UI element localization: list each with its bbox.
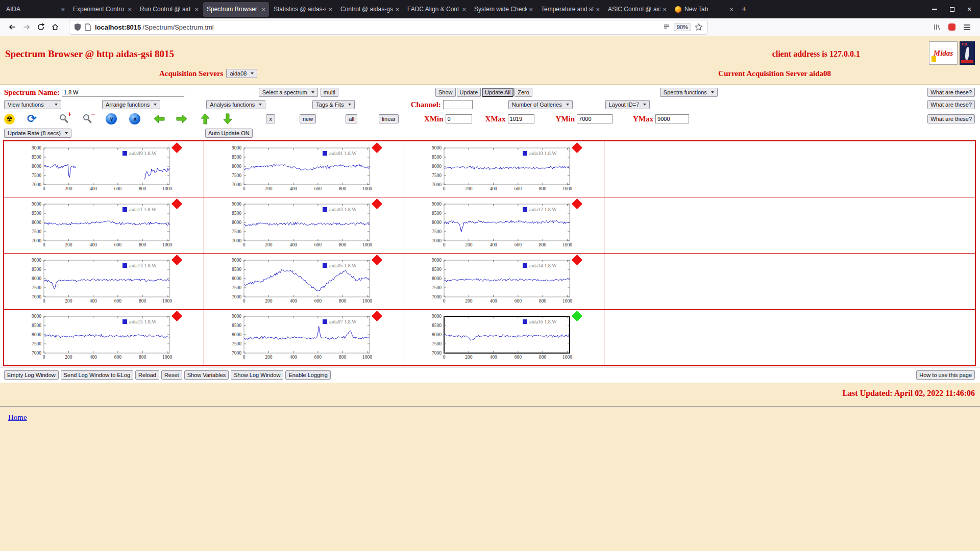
url-bar[interactable]: localhost:8015/Spectrum/Spectrum.tml 90% bbox=[69, 20, 707, 34]
spectrum-chart[interactable]: 0200400600800100070007500800085009000aid… bbox=[411, 310, 604, 365]
browser-tab[interactable]: ASIC Control @ aid× bbox=[604, 2, 670, 17]
zero-button[interactable]: Zero bbox=[514, 88, 532, 97]
acquisition-server-dropdown[interactable]: aida08 bbox=[226, 69, 257, 78]
radiation-icon[interactable] bbox=[4, 114, 15, 124]
hamburger-menu-icon[interactable] bbox=[963, 24, 971, 31]
spectrum-chart[interactable]: 0200400600800100070007500800085009000aid… bbox=[211, 254, 404, 309]
gallery-cell[interactable]: 0200400600800100070007500800085009000aid… bbox=[4, 141, 204, 197]
spectrum-chart[interactable]: 0200400600800100070007500800085009000aid… bbox=[411, 197, 604, 253]
show-log-window-button[interactable]: Show Log Window bbox=[231, 370, 283, 380]
how-to-use-button[interactable]: How to use this page bbox=[916, 370, 975, 380]
move-left-icon[interactable] bbox=[154, 114, 165, 123]
browser-tab[interactable]: Control @ aidas-gs× bbox=[337, 2, 403, 17]
tab-close-icon[interactable]: × bbox=[663, 6, 667, 13]
tab-close-icon[interactable]: × bbox=[395, 6, 399, 13]
gallery-cell[interactable]: 0200400600800100070007500800085009000aid… bbox=[204, 310, 404, 366]
update-all-button[interactable]: Update All bbox=[482, 88, 513, 97]
maximize-button[interactable] bbox=[943, 2, 961, 17]
browser-tab[interactable]: Run Control @ aid× bbox=[136, 2, 202, 17]
tab-close-icon[interactable]: × bbox=[328, 6, 332, 13]
auto-update-button[interactable]: Auto Update ON bbox=[205, 129, 253, 138]
update-rate-dropdown[interactable]: Update Rate (8 secs) bbox=[4, 129, 71, 138]
refresh-icon[interactable] bbox=[27, 114, 36, 124]
new-tab-button[interactable]: + bbox=[738, 3, 751, 16]
zoom-out-icon[interactable] bbox=[83, 114, 92, 123]
gallery-cell[interactable]: 0200400600800100070007500800085009000aid… bbox=[404, 254, 604, 310]
reader-mode-icon[interactable] bbox=[663, 23, 670, 31]
empty-log-window-button[interactable]: Empty Log Window bbox=[4, 370, 59, 380]
browser-tab[interactable]: AIDA× bbox=[3, 2, 68, 17]
browser-tab[interactable]: Temperature and st× bbox=[537, 2, 603, 17]
new-button[interactable]: new bbox=[300, 114, 316, 123]
layout-dropdown[interactable]: Layout ID=7 bbox=[605, 100, 650, 109]
move-up-icon[interactable] bbox=[201, 113, 210, 124]
gallery-cell[interactable]: 0200400600800100070007500800085009000aid… bbox=[404, 197, 604, 254]
scroll-down-icon[interactable] bbox=[106, 113, 117, 124]
spectrum-chart[interactable]: 0200400600800100070007500800085009000aid… bbox=[211, 197, 404, 253]
xmin-input[interactable] bbox=[446, 114, 472, 123]
bookmark-star-icon[interactable] bbox=[695, 23, 703, 31]
linear-button[interactable]: linear bbox=[379, 114, 399, 123]
move-right-icon[interactable] bbox=[176, 114, 187, 123]
select-spectrum-dropdown[interactable]: Select a spectrum bbox=[259, 88, 318, 97]
spectrum-chart[interactable]: 0200400600800100070007500800085009000aid… bbox=[11, 141, 204, 197]
extension-icon[interactable] bbox=[948, 23, 955, 31]
spectrum-chart[interactable]: 0200400600800100070007500800085009000aid… bbox=[11, 254, 204, 309]
all-button[interactable]: all bbox=[346, 114, 357, 123]
home-link[interactable]: Home bbox=[8, 413, 27, 422]
channel-input[interactable] bbox=[443, 100, 473, 109]
spectrum-chart[interactable]: 0200400600800100070007500800085009000aid… bbox=[211, 141, 404, 197]
spectra-functions-dropdown[interactable]: Spectra functions bbox=[660, 88, 718, 97]
gallery-cell[interactable]: 0200400600800100070007500800085009000aid… bbox=[4, 197, 204, 254]
ymax-input[interactable] bbox=[655, 114, 689, 123]
reload-button[interactable] bbox=[34, 20, 48, 34]
what-are-these-button-3[interactable]: What are these? bbox=[927, 114, 975, 123]
gallery-cell[interactable]: 0200400600800100070007500800085009000aid… bbox=[204, 141, 404, 197]
zoom-in-icon[interactable] bbox=[60, 114, 69, 123]
library-icon[interactable] bbox=[934, 23, 941, 31]
move-down-icon[interactable] bbox=[223, 113, 232, 124]
tab-close-icon[interactable]: × bbox=[194, 6, 199, 13]
spectrum-chart[interactable]: 0200400600800100070007500800085009000aid… bbox=[211, 310, 404, 365]
tab-close-icon[interactable]: × bbox=[61, 6, 65, 13]
spectrum-chart[interactable]: 0200400600800100070007500800085009000aid… bbox=[11, 197, 204, 253]
what-are-these-button-1[interactable]: What are these? bbox=[927, 88, 975, 97]
tags-fits-dropdown[interactable]: Tags & Fits bbox=[312, 100, 354, 109]
zoom-level-badge[interactable]: 90% bbox=[674, 23, 691, 31]
update-button[interactable]: Update bbox=[457, 88, 481, 97]
send-log-to-elog-button[interactable]: Send Log Window to ELog bbox=[61, 370, 133, 380]
scroll-up-icon[interactable] bbox=[129, 113, 140, 124]
show-button[interactable]: Show bbox=[435, 88, 456, 97]
tab-close-icon[interactable]: × bbox=[529, 6, 533, 13]
browser-tab[interactable]: New Tab× bbox=[671, 2, 737, 17]
gallery-cell[interactable]: 0200400600800100070007500800085009000aid… bbox=[4, 254, 204, 310]
browser-tab[interactable]: Statistics @ aidas-s× bbox=[270, 2, 336, 17]
browser-tab[interactable]: FADC Align & Cont× bbox=[404, 2, 470, 17]
spectrum-chart[interactable]: 0200400600800100070007500800085009000aid… bbox=[411, 254, 604, 309]
enable-logging-button[interactable]: Enable Logging bbox=[285, 370, 330, 380]
what-are-these-button-2[interactable]: What are these? bbox=[927, 100, 975, 109]
browser-tab[interactable]: System wide Check× bbox=[471, 2, 536, 17]
minimize-button[interactable] bbox=[926, 2, 943, 17]
multi-button[interactable]: multi bbox=[321, 88, 338, 97]
tab-close-icon[interactable]: × bbox=[261, 6, 265, 13]
ymin-input[interactable] bbox=[577, 114, 612, 123]
show-variables-button[interactable]: Show Variables bbox=[184, 370, 229, 380]
galleries-dropdown[interactable]: Number of Galleries bbox=[508, 100, 573, 109]
spectrum-chart[interactable]: 0200400600800100070007500800085009000aid… bbox=[11, 310, 204, 365]
gallery-cell[interactable]: 0200400600800100070007500800085009000aid… bbox=[404, 310, 604, 366]
gallery-cell[interactable]: 0200400600800100070007500800085009000aid… bbox=[404, 141, 604, 197]
analysis-functions-dropdown[interactable]: Analysis functions bbox=[206, 100, 265, 109]
spectrum-chart[interactable]: 0200400600800100070007500800085009000aid… bbox=[411, 141, 604, 197]
gallery-cell[interactable]: 0200400600800100070007500800085009000aid… bbox=[204, 254, 404, 310]
forward-button[interactable] bbox=[19, 20, 34, 34]
tab-close-icon[interactable]: × bbox=[729, 6, 733, 13]
tab-close-icon[interactable]: × bbox=[128, 6, 132, 13]
browser-tab[interactable]: Spectrum Browser× bbox=[203, 2, 269, 17]
gallery-cell[interactable]: 0200400600800100070007500800085009000aid… bbox=[204, 197, 404, 254]
close-button[interactable]: × bbox=[961, 2, 978, 17]
reload-page-button[interactable]: Reload bbox=[135, 370, 159, 380]
spectrum-name-input[interactable] bbox=[62, 88, 184, 97]
view-functions-dropdown[interactable]: View functions bbox=[4, 100, 61, 109]
gallery-cell[interactable]: 0200400600800100070007500800085009000aid… bbox=[4, 310, 204, 366]
